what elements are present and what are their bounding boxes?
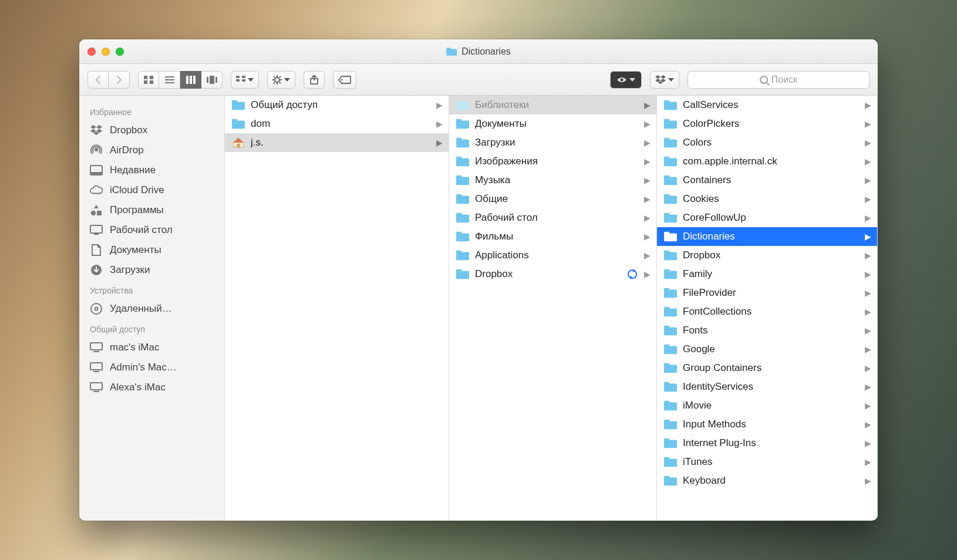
chevron-right-icon: ▶ bbox=[865, 401, 871, 410]
item-label: Загрузки bbox=[475, 137, 638, 149]
sidebar-item[interactable]: Недавние bbox=[79, 160, 224, 180]
list-item[interactable]: FontCollections▶ bbox=[657, 302, 877, 321]
list-item[interactable]: FileProvider▶ bbox=[657, 284, 877, 302]
sidebar-item-label: Загрузки bbox=[110, 264, 150, 276]
sidebar-item[interactable]: Загрузки bbox=[79, 260, 224, 280]
list-item[interactable]: Input Methods▶ bbox=[657, 415, 877, 434]
list-item[interactable]: Keyboard▶ bbox=[657, 471, 877, 490]
view-icons-button[interactable] bbox=[138, 71, 159, 89]
list-item[interactable]: dom▶ bbox=[225, 114, 449, 133]
folder-icon bbox=[456, 100, 469, 110]
svg-rect-42 bbox=[90, 343, 102, 350]
back-button[interactable] bbox=[87, 71, 109, 89]
list-item[interactable]: Dropbox▶ bbox=[449, 265, 656, 284]
view-gallery-button[interactable] bbox=[201, 71, 223, 89]
item-label: FontCollections bbox=[683, 306, 859, 318]
sidebar-item[interactable]: Рабочий стол bbox=[79, 220, 224, 240]
column-2[interactable]: Библиотеки▶Документы▶Загрузки▶Изображени… bbox=[449, 96, 657, 521]
svg-rect-84 bbox=[664, 196, 677, 204]
search-icon bbox=[760, 76, 768, 84]
list-item[interactable]: ColorPickers▶ bbox=[657, 114, 877, 133]
sidebar-item[interactable]: AirDrop bbox=[79, 140, 224, 160]
sidebar-item[interactable]: Удаленный… bbox=[79, 299, 224, 319]
list-item[interactable]: com.apple.internal.ck▶ bbox=[657, 152, 877, 171]
list-item[interactable]: CoreFollowUp▶ bbox=[657, 208, 877, 227]
tags-button[interactable] bbox=[333, 71, 356, 89]
svg-rect-114 bbox=[664, 478, 677, 486]
list-item[interactable]: Dropbox▶ bbox=[657, 246, 877, 265]
action-menu-button[interactable] bbox=[267, 71, 295, 89]
list-item[interactable]: Изображения▶ bbox=[449, 152, 656, 171]
chevron-right-icon: ▶ bbox=[644, 176, 651, 185]
list-item[interactable]: Общий доступ▶ bbox=[225, 96, 449, 114]
search-field[interactable]: Поиск bbox=[688, 71, 870, 89]
item-label: Dictionaries bbox=[683, 231, 859, 242]
item-label: FileProvider bbox=[683, 287, 859, 299]
chevron-right-icon: ▶ bbox=[644, 119, 651, 129]
svg-point-35 bbox=[91, 211, 96, 215]
svg-line-27 bbox=[279, 76, 281, 77]
svg-point-19 bbox=[275, 77, 279, 82]
chevron-right-icon: ▶ bbox=[865, 251, 871, 260]
list-item[interactable]: j.s.▶ bbox=[225, 133, 449, 152]
list-item[interactable]: IdentityServices▶ bbox=[657, 377, 877, 396]
list-item[interactable]: Библиотеки▶ bbox=[449, 96, 656, 114]
forward-button[interactable] bbox=[109, 71, 130, 89]
sidebar-item[interactable]: Alexa's iMac bbox=[79, 377, 224, 397]
chevron-right-icon: ▶ bbox=[865, 138, 871, 147]
list-item[interactable]: Family▶ bbox=[657, 265, 877, 284]
gear-icon bbox=[272, 75, 282, 85]
folder-icon bbox=[664, 457, 677, 467]
group-icon bbox=[236, 76, 245, 84]
view-list-button[interactable] bbox=[159, 71, 180, 89]
chevron-right-icon: ▶ bbox=[644, 251, 651, 260]
list-item[interactable]: iTunes▶ bbox=[657, 453, 877, 471]
list-item[interactable]: Общие▶ bbox=[449, 190, 656, 208]
sidebar-item[interactable]: Admin's Mac… bbox=[79, 357, 224, 377]
list-item[interactable]: Containers▶ bbox=[657, 171, 877, 190]
list-item[interactable]: Документы▶ bbox=[449, 114, 656, 133]
view-columns-button[interactable] bbox=[180, 71, 201, 89]
list-item[interactable]: Музыка▶ bbox=[449, 171, 656, 190]
list-item[interactable]: Dictionaries▶ bbox=[657, 227, 877, 246]
list-item[interactable]: CallServices▶ bbox=[657, 96, 877, 114]
sidebar-item[interactable]: Документы bbox=[79, 240, 224, 260]
svg-point-41 bbox=[95, 308, 98, 311]
column-1[interactable]: Общий доступ▶dom▶j.s.▶ bbox=[225, 96, 449, 521]
list-item[interactable]: Group Containers▶ bbox=[657, 359, 877, 377]
quicklook-button[interactable] bbox=[610, 71, 642, 89]
fullscreen-window-button[interactable] bbox=[116, 48, 124, 56]
sidebar-item[interactable]: Dropbox bbox=[79, 120, 224, 140]
svg-rect-6 bbox=[165, 76, 174, 77]
list-item[interactable]: Google▶ bbox=[657, 340, 877, 359]
list-item[interactable]: Fonts▶ bbox=[657, 321, 877, 340]
close-window-button[interactable] bbox=[87, 48, 96, 56]
list-item[interactable]: Загрузки▶ bbox=[449, 133, 656, 152]
dropbox-menu-button[interactable] bbox=[650, 71, 679, 89]
item-label: com.apple.internal.ck bbox=[683, 156, 859, 167]
titlebar[interactable]: Dictionaries bbox=[79, 39, 878, 64]
folder-icon bbox=[456, 137, 469, 148]
list-item[interactable]: Рабочий стол▶ bbox=[449, 208, 656, 227]
nav-group bbox=[87, 71, 130, 89]
list-item[interactable]: Internet Plug-Ins▶ bbox=[657, 434, 877, 453]
eye-icon bbox=[616, 76, 627, 83]
svg-rect-76 bbox=[664, 121, 677, 129]
list-item[interactable]: Фильмы▶ bbox=[449, 227, 656, 246]
list-item[interactable]: iMovie▶ bbox=[657, 396, 877, 415]
sidebar-item[interactable]: Программы bbox=[79, 200, 224, 220]
folder-icon bbox=[456, 231, 469, 242]
list-item[interactable]: Colors▶ bbox=[657, 133, 877, 152]
sidebar-item[interactable]: iCloud Drive bbox=[79, 180, 224, 200]
search-placeholder: Поиск bbox=[771, 75, 797, 85]
list-item[interactable]: Applications▶ bbox=[449, 246, 656, 265]
folder-icon bbox=[664, 400, 677, 411]
sidebar-item[interactable]: mac's iMac bbox=[79, 338, 224, 357]
share-button[interactable] bbox=[304, 71, 325, 89]
minimize-window-button[interactable] bbox=[102, 48, 110, 56]
svg-rect-94 bbox=[664, 290, 677, 298]
list-item[interactable]: Cookies▶ bbox=[657, 190, 877, 208]
group-by-button[interactable] bbox=[231, 71, 259, 89]
chevron-right-icon: ▶ bbox=[865, 213, 871, 222]
column-3[interactable]: CallServices▶ColorPickers▶Colors▶com.app… bbox=[657, 96, 878, 521]
